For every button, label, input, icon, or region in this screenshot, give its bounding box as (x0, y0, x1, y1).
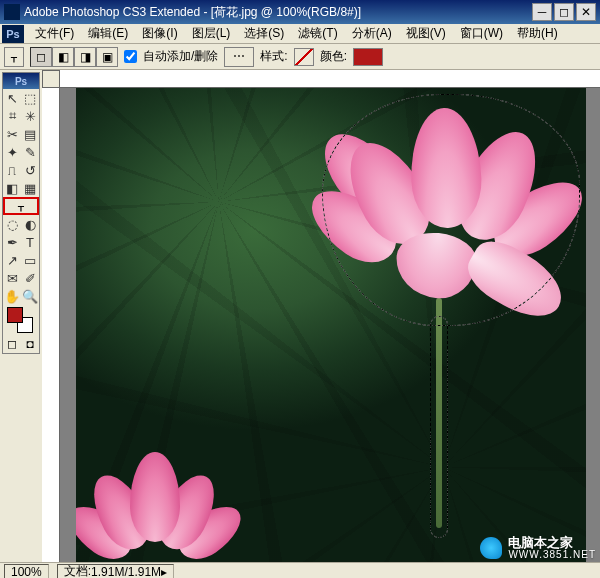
ruler-top (60, 70, 600, 88)
title-bar: Adobe Photoshop CS3 Extended - [荷花.jpg @… (0, 0, 600, 24)
tool-blur[interactable]: ◌ (3, 215, 21, 233)
tool-magic-wand[interactable]: ✳ (21, 107, 39, 125)
ruler-corner (42, 70, 60, 88)
canvas-area[interactable] (42, 70, 600, 562)
refine-edge-button[interactable]: ⋯ (224, 47, 254, 67)
tool-gradient[interactable]: ▦ (21, 179, 39, 197)
quickmask-mode-icon[interactable]: ◘ (21, 335, 39, 353)
tool-eraser[interactable]: ◧ (3, 179, 21, 197)
tool-stamp[interactable]: ⎍ (3, 161, 21, 179)
sel-sub-icon[interactable]: ◨ (74, 47, 96, 67)
tool-hand[interactable]: ✋ (3, 287, 21, 305)
menu-help[interactable]: 帮助(H) (510, 23, 565, 44)
menu-select[interactable]: 选择(S) (237, 23, 291, 44)
doc-size-dropdown-icon[interactable]: ▸ (161, 565, 167, 579)
menu-file[interactable]: 文件(F) (28, 23, 81, 44)
tool-lasso[interactable]: ⌗ (3, 107, 21, 125)
tool-brush[interactable]: ✎ (21, 143, 39, 161)
status-bar: 100% 文档: 1.91M/1.91M ▸ (0, 562, 600, 578)
no-style-icon[interactable] (294, 48, 314, 66)
menu-edit[interactable]: 编辑(E) (81, 23, 135, 44)
doc-size-value: 1.91M/1.91M (91, 565, 161, 579)
minimize-button[interactable]: ─ (532, 3, 552, 21)
menu-filter[interactable]: 滤镜(T) (291, 23, 344, 44)
menu-window[interactable]: 窗口(W) (453, 23, 510, 44)
menu-analysis[interactable]: 分析(A) (345, 23, 399, 44)
toolbox: Ps ↖ ⬚ ⌗ ✳ ✂ ▤ ✦ ✎ ⎍ ↺ ◧ ▦ ᚁ ◌ ◐ ✒ T (2, 72, 40, 354)
doc-size: 文档: 1.91M/1.91M ▸ (57, 564, 174, 579)
sel-int-icon[interactable]: ▣ (96, 47, 118, 67)
watermark-name: 电脑本之家 (508, 536, 596, 550)
close-button[interactable]: ✕ (576, 3, 596, 21)
tool-dodge[interactable]: ◐ (21, 215, 39, 233)
toolbox-header: Ps (3, 73, 39, 89)
document-image[interactable] (76, 88, 586, 562)
standard-mode-icon[interactable]: ◻ (3, 335, 21, 353)
tool-path-sel[interactable]: ↗ (3, 251, 21, 269)
auto-add-label: 自动添加/删除 (143, 48, 218, 65)
tool-history-brush[interactable]: ↺ (21, 161, 39, 179)
selection-marching-ants-stem (430, 316, 448, 538)
color-label: 颜色: (320, 48, 347, 65)
foreground-color[interactable] (7, 307, 23, 323)
ruler-left (42, 70, 60, 562)
tool-healing[interactable]: ✦ (3, 143, 21, 161)
active-tool-icon[interactable]: ᚁ (4, 47, 24, 67)
watermark-icon (480, 537, 502, 559)
title-doc: [荷花.jpg @ 100%(RGB/8#)] (211, 5, 361, 19)
color-picker[interactable] (3, 305, 39, 335)
ps-logo-icon: Ps (2, 25, 24, 43)
sel-add-icon[interactable]: ◧ (52, 47, 74, 67)
tool-magnetic-lasso-highlighted[interactable]: ᚁ (3, 197, 39, 215)
tool-crop[interactable]: ✂ (3, 125, 21, 143)
app-icon (4, 4, 20, 20)
tool-pen[interactable]: ✒ (3, 233, 21, 251)
maximize-button[interactable]: ◻ (554, 3, 574, 21)
tool-move[interactable]: ↖ (3, 89, 21, 107)
lotus-flower-small (80, 452, 230, 562)
menu-bar: Ps 文件(F) 编辑(E) 图像(I) 图层(L) 选择(S) 滤镜(T) 分… (0, 24, 600, 44)
tool-shape[interactable]: ▭ (21, 251, 39, 269)
zoom-level[interactable]: 100% (4, 564, 49, 579)
style-label: 样式: (260, 48, 287, 65)
tool-slice[interactable]: ▤ (21, 125, 39, 143)
tool-notes[interactable]: ✉ (3, 269, 21, 287)
menu-layer[interactable]: 图层(L) (185, 23, 238, 44)
options-bar: ᚁ ◻ ◧ ◨ ▣ 自动添加/删除 ⋯ 样式: 颜色: (0, 44, 600, 70)
title-app: Adobe Photoshop CS3 Extended (24, 5, 200, 19)
color-swatch[interactable] (353, 48, 383, 66)
watermark: 电脑本之家 WWW.3851.NET (480, 536, 596, 560)
doc-size-label: 文档: (64, 563, 91, 578)
tool-type[interactable]: T (21, 233, 39, 251)
auto-add-checkbox[interactable] (124, 50, 137, 63)
tool-eyedropper[interactable]: ✐ (21, 269, 39, 287)
title-text: Adobe Photoshop CS3 Extended - [荷花.jpg @… (24, 4, 530, 21)
tool-marquee[interactable]: ⬚ (21, 89, 39, 107)
watermark-url: WWW.3851.NET (508, 550, 596, 561)
tool-zoom[interactable]: 🔍 (21, 287, 39, 305)
menu-image[interactable]: 图像(I) (135, 23, 184, 44)
sel-new-icon[interactable]: ◻ (30, 47, 52, 67)
menu-view[interactable]: 视图(V) (399, 23, 453, 44)
